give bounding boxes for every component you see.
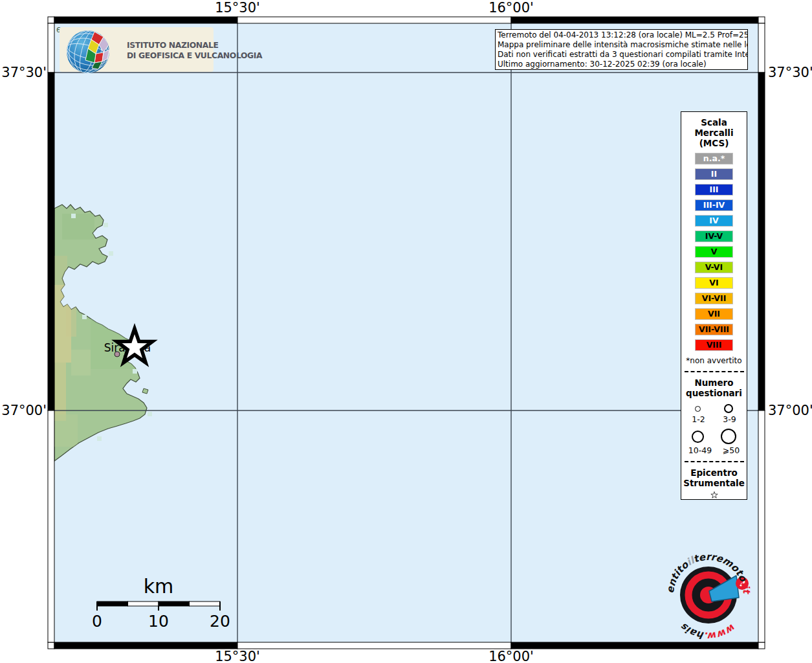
page: 6 Siracusa km 0 10 20 15°30' 16°00' 15°3… <box>0 0 812 663</box>
questionnaire-circle-3-9 <box>724 404 733 413</box>
axis-label-left-lower: 37°00' <box>0 403 47 418</box>
legend-title-line3: (MCS) <box>699 138 729 148</box>
questionnaire-title-line1: Numero <box>694 377 733 388</box>
questionnaire-title-line2: questionari <box>686 388 742 398</box>
legend-mcs-vii-viii: VII-VIII <box>696 324 732 335</box>
ingv-logo-line2: DI GEOFISICA E VULCANOLOGIA <box>127 51 262 61</box>
axis-label-top-right: 16°00' <box>466 0 556 16</box>
event-info-line2: Mappa preliminare delle intensità macros… <box>498 40 745 50</box>
legend-footnote: *non avvertito <box>686 356 741 365</box>
questionnaire-circle-1-2 <box>695 406 701 412</box>
legend-mcs-na: n.a.* <box>696 153 732 164</box>
sea <box>54 23 758 642</box>
legend-mcs-ii: II <box>696 169 732 179</box>
event-info-line4: Ultimo aggiornamento: 30-12-2025 02:39 (… <box>498 60 745 69</box>
islet <box>142 388 148 394</box>
legend-mcs-iii-iv: III-IV <box>696 200 732 210</box>
ingv-globe-icon <box>65 29 111 74</box>
scale-tick-20: 20 <box>210 612 230 631</box>
haisentitoilterremoto-logo: ? entitoilterremoto.it www.hais <box>665 552 753 644</box>
legend-mcs-iii: III <box>696 185 732 195</box>
legend-mcs-vi-vii: VI-VII <box>696 293 732 304</box>
legend-mcs-iv: IV <box>696 216 732 226</box>
questionnaire-label-1-2: 1-2 <box>692 414 705 424</box>
epicenter-title-line1: Epicentro <box>690 467 738 478</box>
event-info-box: Terremoto del 04-04-2013 13:12:28 (ora l… <box>495 29 748 70</box>
legend-mcs-viii: VIII <box>696 340 732 350</box>
ingv-logo-line1: ISTITUTO NAZIONALE <box>127 40 262 51</box>
ingv-logo-text: ISTITUTO NAZIONALE DI GEOFISICA E VULCAN… <box>127 40 262 61</box>
questionnaire-label-3-9: 3-9 <box>723 414 736 424</box>
axis-label-right-upper: 37°30' <box>768 65 812 80</box>
legend-panel: Scala Mercalli (MCS) n.a.* II III III-IV… <box>681 111 747 500</box>
legend-mcs-v-vi: V-VI <box>696 262 732 273</box>
axis-label-bottom-right: 16°00' <box>466 649 556 663</box>
legend-separator-2 <box>685 461 744 462</box>
scale-tick-0: 0 <box>92 612 102 631</box>
event-info-line1: Terremoto del 04-04-2013 13:12:28 (ora l… <box>498 30 745 40</box>
legend-title-line2: Mercalli <box>694 128 733 138</box>
legend-mcs-v: V <box>696 247 732 257</box>
legend-mcs-vii: VII <box>696 309 732 319</box>
epicenter-title-line2: Strumentale <box>683 478 745 488</box>
axis-label-right-lower: 37°00' <box>768 403 812 418</box>
questionnaire-circle-10-49 <box>692 431 704 443</box>
legend-separator-1 <box>685 371 744 372</box>
event-info-line3: Dati non verificati estratti da 3 questi… <box>498 50 745 60</box>
epicenter-star-icon <box>707 491 722 499</box>
questionnaire-circle-50 <box>721 429 736 444</box>
watermark-arc-bottom: www.hais <box>678 621 738 642</box>
legend-mcs-vi: VI <box>696 278 732 288</box>
axis-label-top-left: 15°30' <box>192 0 283 16</box>
axis-label-bottom-left: 15°30' <box>192 649 283 663</box>
legend-mcs-iv-v: IV-V <box>696 231 732 242</box>
scale-tick-10: 10 <box>148 612 169 631</box>
axis-label-left-upper: 37°30' <box>0 65 47 80</box>
scale-bar-unit: km <box>144 575 174 598</box>
questionnaire-label-50: ⩾50 <box>723 445 740 455</box>
legend-title-line1: Scala <box>701 117 727 128</box>
questionnaire-label-10-49: 10-49 <box>688 445 712 455</box>
